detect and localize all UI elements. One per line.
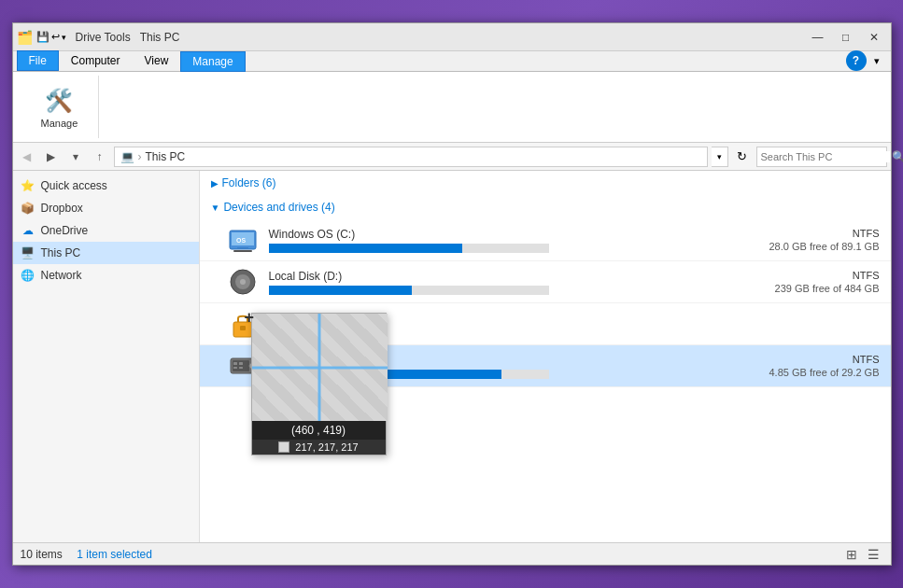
sidebar-item-network[interactable]: 🌐 Network (13, 264, 199, 287)
search-input[interactable] (761, 151, 890, 162)
sidebar-item-dropbox-label: Dropbox (41, 202, 83, 215)
drive-c-bar (269, 244, 549, 253)
manage-label: Manage (41, 118, 78, 129)
main-area: ⭐ Quick access 📦 Dropbox ☁ OneDrive 🖥️ T… (13, 171, 891, 542)
status-left: 10 items 1 item selected (21, 548, 152, 561)
drive-d-info: Local Disk (D:) (269, 270, 756, 295)
drive-d-meta: NTFS 239 GB free of 484 GB (768, 270, 880, 294)
magnifier-canvas (252, 314, 388, 421)
up-button[interactable]: ↑ (90, 147, 110, 167)
magnifier-coords: (460 , 419) (252, 421, 386, 440)
manage-drive-btn[interactable]: 🛠️ Manage (35, 84, 84, 131)
this-pc-icon: 🖥️ (21, 245, 35, 260)
status-bar: 10 items 1 item selected ⊞ ☰ (13, 542, 891, 565)
tab-computer[interactable]: Computer (59, 50, 133, 71)
drive-item-c[interactable]: OS Windows OS (C:) NTFS 28.0 GB free of … (200, 219, 891, 261)
drive-d-icon (228, 267, 258, 297)
drive-g-fs: NTFS (853, 354, 880, 365)
selected-count: 1 item selected (77, 548, 152, 561)
list-view-button[interactable]: ⊞ (842, 545, 861, 564)
svg-point-7 (240, 279, 246, 285)
tab-file-label: File (29, 54, 47, 67)
svg-text:OS: OS (236, 237, 246, 244)
address-dropdown[interactable]: ▾ (712, 147, 728, 167)
sidebar-item-onedrive-label: OneDrive (41, 224, 89, 237)
ribbon-manage-section: 🛠️ Manage (21, 76, 100, 138)
tab-file[interactable]: File (17, 50, 59, 71)
svg-rect-3 (233, 250, 252, 252)
tab-manage-label: Manage (192, 55, 233, 68)
back-button[interactable]: ◀ (17, 147, 37, 167)
sidebar-item-onedrive[interactable]: ☁ OneDrive (13, 219, 199, 242)
tab-view[interactable]: View (133, 50, 181, 71)
mag-v-line (318, 314, 321, 421)
ribbon-content: 🛠️ Manage (13, 72, 891, 143)
save-icon[interactable]: 💾 (36, 31, 49, 43)
drives-section-header[interactable]: ▼ Devices and drives (4) (200, 195, 891, 219)
svg-rect-16 (239, 367, 243, 369)
maximize-button[interactable]: □ (833, 28, 859, 47)
search-icon[interactable]: 🔍 (892, 150, 904, 163)
onedrive-icon: ☁ (21, 223, 35, 238)
title-bar-left: 🗂️ 💾 ↩ ▾ Drive Tools This PC (17, 30, 805, 45)
sidebar-item-quick-access-label: Quick access (41, 179, 107, 192)
manage-icon: 🛠️ (44, 86, 74, 116)
items-count: 10 items (21, 548, 63, 561)
minimize-button[interactable]: — (805, 28, 831, 47)
drives-section-label: Devices and drives (4) (223, 201, 334, 214)
svg-rect-14 (239, 362, 243, 365)
drive-d-fs: NTFS (853, 270, 880, 281)
drive-d-name: Local Disk (D:) (269, 270, 756, 283)
sidebar-item-dropbox[interactable]: 📦 Dropbox (13, 197, 199, 219)
window-controls: — □ ✕ (805, 28, 887, 47)
drive-item-d[interactable]: Local Disk (D:) NTFS 239 GB free of 484 … (200, 261, 891, 303)
quick-access-toolbar: 💾 ↩ ▾ (36, 31, 66, 43)
drive-g-meta: NTFS 4.85 GB free of 29.2 GB (768, 354, 880, 378)
drive-c-info: Windows OS (C:) (269, 228, 756, 253)
search-box[interactable]: 🔍 (756, 147, 887, 167)
recent-button[interactable]: ▾ (65, 147, 86, 167)
drive-d-free: 239 GB free of 484 GB (775, 283, 880, 294)
svg-rect-9 (240, 326, 246, 330)
sidebar-item-network-label: Network (41, 269, 82, 282)
drive-c-icon: OS (228, 225, 258, 255)
drive-g-free: 4.85 GB free of 29.2 GB (769, 367, 879, 378)
tab-manage[interactable]: Manage (180, 51, 245, 72)
address-bar: ◀ ▶ ▾ ↑ 💻 › This PC ▾ ↻ 🔍 (13, 143, 891, 171)
sidebar-item-quick-access[interactable]: ⭐ Quick access (13, 175, 199, 197)
svg-rect-2 (237, 247, 248, 249)
sidebar-item-this-pc-label: This PC (41, 246, 81, 259)
drive-d-fill (269, 286, 412, 295)
drive-c-name: Windows OS (C:) (269, 228, 756, 241)
folders-section-label: Folders (6) (222, 176, 276, 189)
undo-icon[interactable]: ↩ (51, 31, 60, 43)
drive-c-fs: NTFS (853, 228, 880, 239)
magnifier-color-row: 217, 217, 217 (252, 440, 386, 455)
path-text: This PC (146, 150, 186, 163)
folders-section-header[interactable]: ▶ Folders (6) (200, 171, 891, 195)
svg-rect-15 (233, 367, 237, 369)
dropbox-icon: 📦 (21, 201, 35, 216)
dropdown-arrow[interactable]: ▾ (62, 33, 66, 42)
refresh-button[interactable]: ↻ (732, 147, 753, 167)
forward-button[interactable]: ▶ (41, 147, 62, 167)
folders-collapse-icon: ▶ (211, 178, 219, 189)
tab-computer-label: Computer (71, 54, 120, 67)
drive-c-free: 28.0 GB free of 89.1 GB (769, 241, 879, 252)
drives-collapse-icon: ▼ (211, 203, 220, 213)
help-button[interactable]: ? (846, 50, 867, 71)
sidebar-item-this-pc[interactable]: 🖥️ This PC (13, 242, 199, 264)
path-arrow: › (138, 150, 142, 163)
coords-text: (460 , 419) (291, 424, 346, 437)
details-view-button[interactable]: ☰ (865, 545, 883, 564)
drive-c-fill (269, 244, 462, 253)
file-explorer-window: 🗂️ 💾 ↩ ▾ Drive Tools This PC — □ ✕ File … (12, 22, 892, 566)
color-values: 217, 217, 217 (295, 441, 358, 453)
title-text: This PC (140, 31, 180, 44)
drive-d-bar (269, 286, 549, 295)
close-button[interactable]: ✕ (861, 28, 887, 47)
ribbon-toggle[interactable]: ▾ (867, 50, 887, 71)
drive-tools-label: Drive Tools (76, 31, 131, 44)
address-path-bar[interactable]: 💻 › This PC (114, 147, 708, 167)
network-icon: 🌐 (21, 268, 35, 283)
